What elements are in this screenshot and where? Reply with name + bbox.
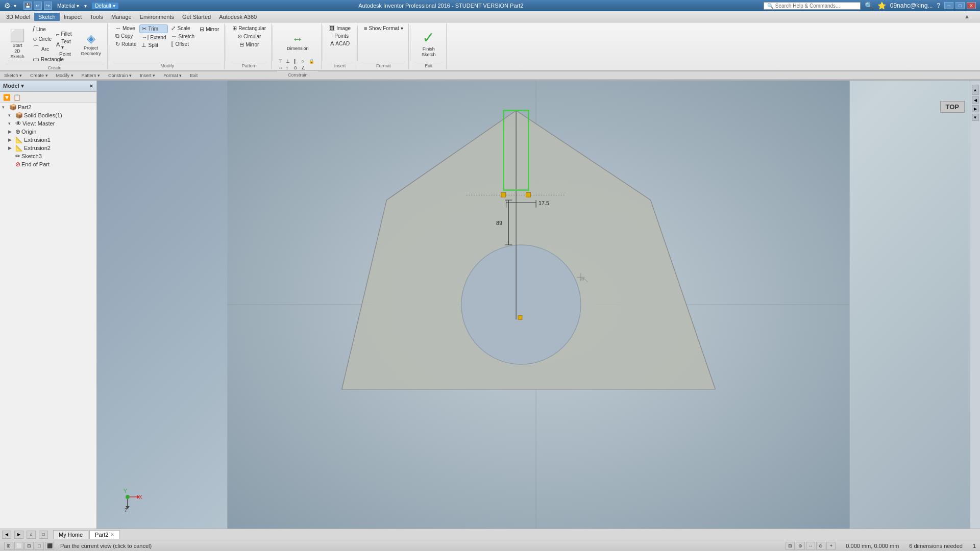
menu-tools[interactable]: Tools (86, 13, 107, 21)
nav-home-btn[interactable]: ⌂ (27, 531, 36, 539)
btn-start-2d-sketch[interactable]: ⬜ Start2D Sketch (5, 28, 30, 60)
btn-circle[interactable]: ○Circle (31, 34, 53, 43)
btn-rectangular[interactable]: ⊞Rectangular (230, 24, 268, 32)
btn-constraint-7[interactable]: ↕ (285, 65, 292, 71)
tab-close-part2[interactable]: ✕ (110, 532, 114, 537)
btn-move[interactable]: ↔Move (113, 24, 138, 32)
status-right-icon-1[interactable]: ⊞ (786, 542, 795, 550)
status-icon-5[interactable]: ⬛ (45, 542, 54, 550)
status-right-icon-3[interactable]: ↔ (806, 542, 815, 550)
status-right-icon-2[interactable]: ⊕ (796, 542, 805, 550)
status-right-icon-4[interactable]: ⊙ (816, 542, 825, 550)
tree-item-end-of-part[interactable]: ⊘ End of Part (0, 160, 96, 168)
nav-btn-1[interactable]: ▲ (972, 85, 979, 95)
expand-all-btn[interactable]: 📋 (12, 93, 21, 102)
status-icon-3[interactable]: ⊟ (24, 542, 34, 550)
nav-btn-3[interactable]: ▶ (972, 105, 979, 112)
btn-arc[interactable]: ⌒Arc (31, 44, 53, 54)
expand-origin[interactable]: ▶ (8, 129, 14, 134)
model-panel-header[interactable]: Model ▾ ✕ (0, 81, 96, 92)
tree-item-sketch3[interactable]: ✏ Sketch3 (0, 152, 96, 160)
btn-circular[interactable]: ⊙Circular (235, 33, 263, 40)
btn-image[interactable]: 🖼Image (327, 24, 353, 32)
viewport[interactable]: 17.5 89 TOP Z (97, 81, 980, 529)
btn-trim[interactable]: ✂Trim (139, 24, 168, 33)
btn-fillet[interactable]: ⌐Fillet (54, 31, 77, 38)
btn-mirror-pattern[interactable]: ⊟Mirror (237, 41, 261, 48)
btn-constraint-8[interactable]: ⊙ (292, 65, 300, 71)
collapse-ribbon[interactable]: ▲ (964, 13, 970, 19)
model-panel-close[interactable]: ✕ (89, 84, 93, 89)
help-btn[interactable]: ? (937, 2, 940, 9)
btn-dimension[interactable]: ↔ Dimension (283, 27, 312, 57)
nav-right-btn[interactable]: ▶ (14, 531, 23, 539)
nav-left-btn[interactable]: ◀ (2, 531, 11, 539)
btn-point[interactable]: ·Point (54, 51, 77, 58)
quick-redo-btn[interactable]: ↪ (44, 2, 52, 10)
view-orientation-label[interactable]: TOP (940, 101, 965, 113)
menu-manage[interactable]: Manage (107, 13, 136, 21)
btn-show-format[interactable]: ≡Show Format ▾ (362, 24, 405, 32)
btn-line[interactable]: /Line (31, 24, 53, 34)
btn-stretch[interactable]: ↔Stretch (169, 33, 197, 40)
nav-window-btn[interactable]: □ (39, 531, 48, 539)
btn-acad[interactable]: AACAD (328, 40, 352, 47)
tree-item-extrusion1[interactable]: ▶ 📐 Extrusion1 (0, 136, 96, 144)
btn-copy[interactable]: ⧉Copy (113, 32, 138, 40)
btn-constraint-4[interactable]: ○ (300, 58, 307, 64)
btn-rotate[interactable]: ↻Rotate (113, 40, 138, 48)
btn-split[interactable]: ⊥Split (139, 41, 168, 49)
expand-view-master[interactable]: ▾ (8, 121, 14, 126)
menu-autodesk360[interactable]: Autodesk A360 (215, 13, 261, 21)
filter-btn[interactable]: 🔽 (2, 93, 11, 102)
status-icon-1[interactable]: ⊞ (4, 542, 13, 550)
sketch-canvas[interactable]: 17.5 89 (97, 81, 980, 529)
btn-project-geometry[interactable]: ◈ ProjectGeometry (78, 29, 104, 60)
status-icon-4[interactable]: □ (35, 542, 44, 550)
expand-extrusion2[interactable]: ▶ (8, 145, 14, 151)
menu-getstarted[interactable]: Get Started (178, 13, 215, 21)
btn-offset[interactable]: ⟦Offset (169, 40, 197, 48)
btn-extend[interactable]: →|Extend (139, 34, 168, 41)
tree-item-extrusion2[interactable]: ▶ 📐 Extrusion2 (0, 144, 96, 152)
tree-item-origin[interactable]: ▶ ⊕ Origin (0, 128, 96, 136)
close-btn[interactable]: ✕ (967, 2, 976, 9)
bookmark-btn[interactable]: ⭐ (877, 2, 886, 10)
btn-constraint-1[interactable]: ⊤ (277, 58, 284, 64)
quick-save-btn[interactable]: 💾 (23, 2, 32, 10)
btn-constraint-5[interactable]: 🔒 (308, 58, 315, 64)
btn-constraint-9[interactable]: ∠ (300, 65, 307, 71)
btn-finish-sketch[interactable]: ✓ FinishSketch (414, 28, 443, 59)
status-right-icon-5[interactable]: + (826, 542, 836, 550)
btn-text[interactable]: AText ▾ (54, 38, 77, 51)
btn-constraint-6[interactable]: ↔ (277, 65, 284, 71)
tab-my-home[interactable]: My Home (53, 530, 88, 539)
help-search-bar[interactable]: 🔍 Search Help & Commands... (764, 2, 861, 10)
btn-rectangle[interactable]: ▭Rectangle (31, 55, 53, 64)
nav-btn-4[interactable]: ▼ (972, 114, 979, 121)
menu-inspect[interactable]: Inspect (60, 13, 86, 21)
minimize-btn[interactable]: ─ (944, 2, 953, 9)
tree-item-view-master[interactable]: ▾ 👁 View: Master (0, 119, 96, 128)
menu-environments[interactable]: Environments (136, 13, 178, 21)
expand-solid-bodies[interactable]: ▾ (8, 113, 14, 118)
group-label-insert: Insert (327, 62, 353, 68)
status-icon-2[interactable]: ⬜ (14, 542, 23, 550)
quick-undo-btn[interactable]: ↩ (34, 2, 42, 10)
tree-item-solid-bodies[interactable]: ▾ 📦 Solid Bodies(1) (0, 111, 96, 119)
tab-part2[interactable]: Part2 ✕ (89, 530, 120, 539)
btn-constraint-3[interactable]: ∥ (292, 58, 300, 64)
nav-btn-2[interactable]: ◀ (972, 96, 979, 104)
expand-extrusion1[interactable]: ▶ (8, 137, 14, 142)
tree-item-part2[interactable]: ▾ 📦 Part2 (0, 103, 96, 111)
btn-mirror-modify[interactable]: ⊟Mirror (198, 26, 221, 33)
maximize-btn[interactable]: □ (955, 2, 965, 9)
menu-3dmodel[interactable]: 3D Model (2, 13, 34, 21)
search-btn[interactable]: 🔍 (865, 2, 873, 10)
menu-sketch[interactable]: Sketch (34, 13, 60, 21)
expand-part2[interactable]: ▾ (2, 105, 8, 110)
btn-scale[interactable]: ⤢Scale (169, 24, 197, 32)
btn-constraint-2[interactable]: ⊥ (285, 58, 292, 64)
btn-points[interactable]: ·Points (329, 32, 351, 39)
icon-extrusion2: 📐 (15, 144, 23, 152)
